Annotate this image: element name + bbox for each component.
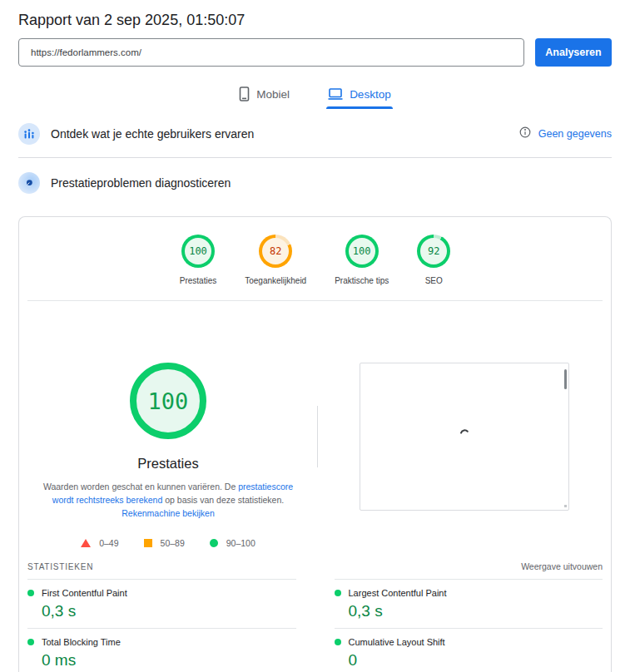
metrics-grid: First Contentful Paint 0,3 s Largest Con… bbox=[19, 579, 611, 672]
field-data-section-header[interactable]: Ontdek wat je echte gebruikers ervaren G… bbox=[18, 123, 612, 158]
diagnose-section-title: Prestatieproblemen diagnosticeren bbox=[51, 176, 231, 190]
disclaimer-text: Waarden worden geschat en kunnen variëre… bbox=[43, 482, 238, 492]
screenshot-column bbox=[318, 363, 611, 548]
metric-label: Largest Contentful Paint bbox=[349, 588, 447, 598]
lighthouse-report-card: 100 Prestaties 82 Toegankelijkheid 100 P… bbox=[18, 216, 612, 672]
diagnose-gauge-icon bbox=[18, 172, 40, 194]
analyze-bar: Analyseren bbox=[18, 38, 612, 67]
category-label: SEO bbox=[425, 276, 443, 285]
divider bbox=[27, 300, 603, 301]
pass-dot-icon bbox=[27, 590, 34, 596]
metric-label: First Contentful Paint bbox=[42, 588, 127, 598]
score-value: 100 bbox=[189, 245, 207, 257]
category-label: Toegankelijkheid bbox=[245, 276, 306, 285]
desktop-icon bbox=[328, 87, 343, 101]
info-icon[interactable] bbox=[519, 126, 531, 141]
category-score-praktische-tips[interactable]: 100 Praktische tips bbox=[335, 235, 389, 285]
average-square-icon bbox=[144, 539, 152, 547]
tab-desktop-label: Desktop bbox=[350, 88, 391, 101]
gauge-praktische-tips: 100 bbox=[345, 235, 379, 268]
real-users-icon bbox=[18, 123, 40, 145]
statistics-heading: STATISTIEKEN bbox=[27, 562, 93, 571]
performance-gauge-column: 100 Prestaties Waarden worden geschat en… bbox=[19, 363, 317, 548]
analyze-button[interactable]: Analyseren bbox=[535, 38, 612, 67]
field-data-status: Geen gegevens bbox=[519, 126, 612, 141]
thumbnail-scroll-corner bbox=[564, 505, 567, 507]
metric-label: Total Blocking Time bbox=[42, 637, 121, 647]
gauge-toegankelijkheid: 82 bbox=[259, 235, 292, 268]
category-score-toegankelijkheid[interactable]: 82 Toegankelijkheid bbox=[245, 235, 306, 285]
pass-dot-icon bbox=[335, 590, 341, 596]
score-value: 82 bbox=[270, 245, 281, 257]
page-screenshot-thumbnail[interactable] bbox=[360, 363, 569, 511]
metric-value: 0,3 s bbox=[349, 602, 603, 620]
expand-view-button[interactable]: Weergave uitvouwen bbox=[521, 561, 603, 571]
performance-score: 100 bbox=[148, 388, 189, 414]
gauge-prestaties: 100 bbox=[181, 235, 215, 268]
category-score-row: 100 Prestaties 82 Toegankelijkheid 100 P… bbox=[19, 217, 611, 285]
smartphone-icon bbox=[239, 86, 250, 101]
metric-value: 0,3 s bbox=[42, 602, 296, 620]
metric-value: 0 bbox=[349, 651, 603, 670]
pagespeed-report-page: Rapport van 2 sep 2025, 01:50:07 Analyse… bbox=[0, 0, 630, 672]
fail-triangle-icon bbox=[81, 539, 91, 547]
pass-circle-icon bbox=[210, 539, 218, 547]
category-label: Prestaties bbox=[180, 276, 216, 285]
score-range-legend: 0–49 50–89 90–100 bbox=[81, 538, 255, 548]
page-title: Rapport van 2 sep 2025, 01:50:07 bbox=[18, 0, 612, 29]
legend-range: 90–100 bbox=[226, 538, 255, 548]
thumbnail-scrollbar bbox=[564, 369, 567, 389]
score-value: 100 bbox=[353, 245, 371, 257]
tab-mobile[interactable]: Mobiel bbox=[239, 86, 290, 109]
metric-largest-contentful-paint: Largest Contentful Paint 0,3 s bbox=[335, 579, 603, 628]
pass-dot-icon bbox=[335, 639, 341, 645]
gauge-seo: 92 bbox=[417, 235, 450, 268]
device-tabs: Mobiel Desktop bbox=[18, 86, 612, 109]
metric-first-contentful-paint: First Contentful Paint 0,3 s bbox=[27, 579, 296, 628]
metric-label: Cumulative Layout Shift bbox=[349, 637, 445, 647]
score-value: 92 bbox=[428, 245, 439, 257]
category-score-prestaties[interactable]: 100 Prestaties bbox=[180, 235, 216, 285]
metric-value: 0 ms bbox=[42, 651, 296, 670]
performance-title: Prestaties bbox=[137, 456, 198, 472]
legend-average: 50–89 bbox=[144, 538, 185, 548]
category-label: Praktische tips bbox=[335, 276, 389, 285]
performance-overview: 100 Prestaties Waarden worden geschat en… bbox=[19, 363, 611, 548]
metric-cumulative-layout-shift: Cumulative Layout Shift 0 bbox=[335, 628, 603, 672]
legend-pass: 90–100 bbox=[210, 538, 255, 548]
disclaimer-text: op basis van deze statistieken. bbox=[162, 495, 284, 505]
statistics-header: STATISTIEKEN Weergave uitvouwen bbox=[19, 561, 611, 571]
legend-range: 50–89 bbox=[161, 538, 185, 548]
url-input[interactable] bbox=[18, 38, 524, 67]
field-data-section-title: Ontdek wat je echte gebruikers ervaren bbox=[51, 127, 254, 141]
pass-dot-icon bbox=[27, 639, 34, 645]
category-score-seo[interactable]: 92 SEO bbox=[417, 235, 450, 285]
tab-mobile-label: Mobiel bbox=[256, 88, 290, 101]
tab-desktop[interactable]: Desktop bbox=[328, 86, 391, 109]
calculator-link[interactable]: Rekenmachine bekijken bbox=[122, 508, 214, 518]
no-data-link[interactable]: Geen gegevens bbox=[538, 128, 612, 140]
diagnose-section-header[interactable]: Prestatieproblemen diagnosticeren bbox=[18, 172, 612, 206]
performance-disclaimer: Waarden worden geschat en kunnen variëre… bbox=[38, 480, 298, 520]
loading-spinner-icon bbox=[458, 427, 471, 443]
metric-total-blocking-time: Total Blocking Time 0 ms bbox=[27, 628, 296, 672]
legend-range: 0–49 bbox=[99, 538, 118, 548]
performance-gauge: 100 bbox=[130, 363, 206, 439]
legend-fail: 0–49 bbox=[81, 538, 118, 548]
